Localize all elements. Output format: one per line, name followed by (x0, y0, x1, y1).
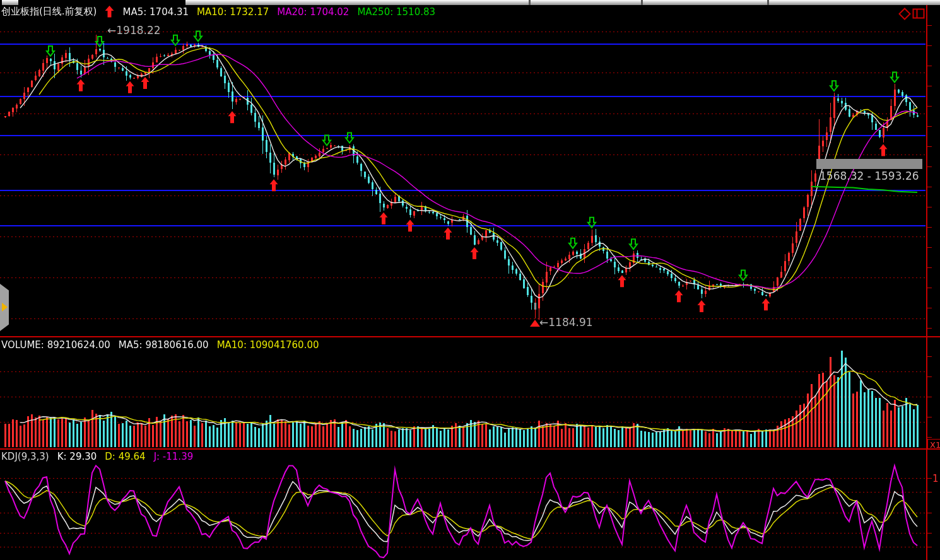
up-arrow-icon (105, 6, 114, 18)
volume-ma10-label: MA10: 109041760.00 (217, 339, 319, 351)
main-chart-header: 创业板指(日线.前复权) MA5: 1704.31 MA10: 1732.17 … (1, 6, 435, 18)
split-window-icon[interactable] (912, 8, 925, 20)
expand-right-icon (2, 303, 8, 312)
volume-ma5-label: MA5: 98180616.00 (119, 339, 209, 351)
instrument-title: 创业板指(日线.前复权) (1, 6, 97, 18)
kdj-k-label: K: 29.30 (57, 451, 97, 462)
kdj-j-label: J: -11.39 (154, 451, 194, 462)
kdj-d-label: D: 49.64 (105, 451, 145, 462)
trading-app-window: 创业板指(日线.前复权) MA5: 1704.31 MA10: 1732.17 … (0, 0, 940, 560)
period-low-label: ←1184.91 (539, 316, 593, 329)
x1-scale-button[interactable]: X1 (927, 439, 940, 450)
ma10-value-label: MA10: 1732.17 (197, 6, 269, 18)
ma5-value-label: MA5: 1704.31 (122, 6, 189, 18)
chart-canvas[interactable] (0, 0, 940, 560)
volume-value-label: VOLUME: 89210624.00 (1, 339, 110, 351)
scrollbar-notch (641, 0, 643, 5)
top-left-tab[interactable] (2, 0, 18, 5)
ma20-value-label: MA20: 1704.02 (277, 6, 349, 18)
scrollbar-notch (767, 0, 769, 5)
kdj-header: KDJ(9,3,3) K: 29.30 D: 49.64 J: -11.39 (1, 451, 193, 462)
volume-header: VOLUME: 89210624.00 MA5: 98180616.00 MA1… (1, 339, 319, 351)
kdj-name-label: KDJ(9,3,3) (1, 451, 49, 462)
gap-zone-box (816, 159, 922, 169)
top-scrollbar[interactable] (185, 0, 940, 5)
kdj-axis-100-label: 1 (932, 473, 939, 484)
gap-range-label: 1568.32 - 1593.26 (820, 170, 919, 182)
sidebar-expander-tab[interactable] (0, 284, 9, 331)
period-high-label: ←1918.22 (107, 24, 161, 37)
ma250-value-label: MA250: 1510.83 (357, 6, 435, 18)
scrollbar-notch (529, 0, 531, 5)
